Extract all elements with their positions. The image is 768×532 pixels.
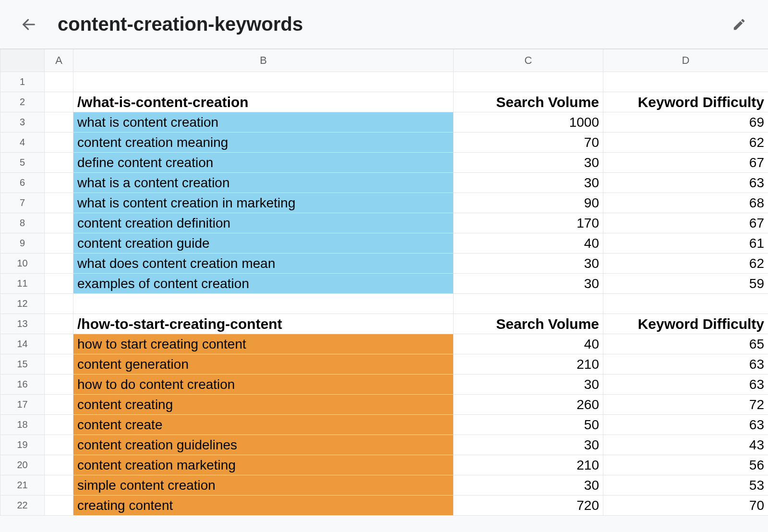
- cell-a[interactable]: [45, 193, 73, 213]
- row-number[interactable]: 10: [0, 254, 45, 274]
- row-number[interactable]: 14: [0, 334, 45, 354]
- cell-a[interactable]: [45, 92, 73, 112]
- col-header-b[interactable]: B: [73, 49, 454, 72]
- cell-a[interactable]: [45, 435, 73, 455]
- search-volume-cell[interactable]: 70: [454, 133, 603, 153]
- row-number[interactable]: 12: [0, 294, 45, 314]
- row-number[interactable]: 1: [0, 72, 45, 92]
- keyword-cell[interactable]: content creation guidelines: [73, 435, 454, 455]
- search-volume-cell[interactable]: 90: [454, 193, 603, 213]
- col-header-keyword-difficulty[interactable]: Keyword Difficulty: [603, 314, 768, 334]
- search-volume-cell[interactable]: 170: [454, 213, 603, 233]
- cell-a[interactable]: [45, 72, 73, 92]
- row-number[interactable]: 19: [0, 435, 45, 455]
- keyword-difficulty-cell[interactable]: 63: [603, 173, 768, 193]
- search-volume-cell[interactable]: 30: [454, 254, 603, 274]
- section-slug[interactable]: /how-to-start-creating-content: [73, 314, 454, 334]
- cell-a[interactable]: [45, 496, 73, 516]
- cell-a[interactable]: [45, 354, 73, 375]
- keyword-difficulty-cell[interactable]: 67: [603, 153, 768, 173]
- cell-a[interactable]: [45, 233, 73, 254]
- keyword-cell[interactable]: content creation guide: [73, 233, 454, 254]
- keyword-difficulty-cell[interactable]: 43: [603, 435, 768, 455]
- search-volume-cell[interactable]: 40: [454, 233, 603, 254]
- cell-c[interactable]: [454, 294, 603, 314]
- row-number[interactable]: 16: [0, 375, 45, 395]
- cell-b[interactable]: [73, 294, 454, 314]
- row-number[interactable]: 8: [0, 213, 45, 233]
- cell-a[interactable]: [45, 112, 73, 133]
- cell-a[interactable]: [45, 314, 73, 334]
- keyword-difficulty-cell[interactable]: 59: [603, 274, 768, 294]
- cell-a[interactable]: [45, 153, 73, 173]
- keyword-cell[interactable]: how to do content creation: [73, 375, 454, 395]
- keyword-cell[interactable]: simple content creation: [73, 475, 454, 496]
- keyword-difficulty-cell[interactable]: 68: [603, 193, 768, 213]
- cell-a[interactable]: [45, 475, 73, 496]
- cell-d[interactable]: [603, 294, 768, 314]
- cell-a[interactable]: [45, 375, 73, 395]
- search-volume-cell[interactable]: 30: [454, 153, 603, 173]
- keyword-cell[interactable]: what is content creation in marketing: [73, 193, 454, 213]
- keyword-difficulty-cell[interactable]: 70: [603, 496, 768, 516]
- keyword-difficulty-cell[interactable]: 69: [603, 112, 768, 133]
- keyword-cell[interactable]: content creation meaning: [73, 133, 454, 153]
- row-number[interactable]: 20: [0, 455, 45, 475]
- search-volume-cell[interactable]: 1000: [454, 112, 603, 133]
- keyword-difficulty-cell[interactable]: 62: [603, 254, 768, 274]
- search-volume-cell[interactable]: 50: [454, 415, 603, 435]
- row-number[interactable]: 7: [0, 193, 45, 213]
- row-number[interactable]: 21: [0, 475, 45, 496]
- cell-a[interactable]: [45, 334, 73, 354]
- keyword-difficulty-cell[interactable]: 53: [603, 475, 768, 496]
- keyword-cell[interactable]: what does content creation mean: [73, 254, 454, 274]
- col-header-a[interactable]: A: [45, 49, 73, 72]
- keyword-cell[interactable]: define content creation: [73, 153, 454, 173]
- edit-pencil-icon[interactable]: [730, 15, 749, 34]
- search-volume-cell[interactable]: 210: [454, 455, 603, 475]
- row-number[interactable]: 17: [0, 395, 45, 415]
- keyword-difficulty-cell[interactable]: 63: [603, 375, 768, 395]
- keyword-difficulty-cell[interactable]: 56: [603, 455, 768, 475]
- keyword-difficulty-cell[interactable]: 63: [603, 415, 768, 435]
- cell-a[interactable]: [45, 213, 73, 233]
- row-number[interactable]: 5: [0, 153, 45, 173]
- row-number[interactable]: 11: [0, 274, 45, 294]
- col-header-d[interactable]: D: [603, 49, 768, 72]
- cell-c[interactable]: [454, 72, 603, 92]
- cell-a[interactable]: [45, 133, 73, 153]
- row-number[interactable]: 18: [0, 415, 45, 435]
- keyword-cell[interactable]: what is content creation: [73, 112, 454, 133]
- keyword-cell[interactable]: content creation definition: [73, 213, 454, 233]
- keyword-difficulty-cell[interactable]: 65: [603, 334, 768, 354]
- search-volume-cell[interactable]: 260: [454, 395, 603, 415]
- cell-b[interactable]: [73, 72, 454, 92]
- row-number[interactable]: 22: [0, 496, 45, 516]
- search-volume-cell[interactable]: 30: [454, 435, 603, 455]
- col-header-keyword-difficulty[interactable]: Keyword Difficulty: [603, 92, 768, 112]
- keyword-difficulty-cell[interactable]: 61: [603, 233, 768, 254]
- row-number[interactable]: 4: [0, 133, 45, 153]
- keyword-cell[interactable]: content creating: [73, 395, 454, 415]
- cell-a[interactable]: [45, 173, 73, 193]
- cell-a[interactable]: [45, 294, 73, 314]
- keyword-difficulty-cell[interactable]: 63: [603, 354, 768, 375]
- col-header-c[interactable]: C: [454, 49, 603, 72]
- keyword-difficulty-cell[interactable]: 62: [603, 133, 768, 153]
- row-number[interactable]: 15: [0, 354, 45, 375]
- select-all-corner[interactable]: [0, 49, 45, 72]
- search-volume-cell[interactable]: 30: [454, 274, 603, 294]
- row-number[interactable]: 2: [0, 92, 45, 112]
- keyword-cell[interactable]: creating content: [73, 496, 454, 516]
- cell-a[interactable]: [45, 254, 73, 274]
- cell-d[interactable]: [603, 72, 768, 92]
- search-volume-cell[interactable]: 210: [454, 354, 603, 375]
- cell-a[interactable]: [45, 455, 73, 475]
- row-number[interactable]: 3: [0, 112, 45, 133]
- search-volume-cell[interactable]: 30: [454, 475, 603, 496]
- search-volume-cell[interactable]: 40: [454, 334, 603, 354]
- search-volume-cell[interactable]: 720: [454, 496, 603, 516]
- row-number[interactable]: 6: [0, 173, 45, 193]
- back-arrow-icon[interactable]: [19, 15, 38, 34]
- keyword-cell[interactable]: content generation: [73, 354, 454, 375]
